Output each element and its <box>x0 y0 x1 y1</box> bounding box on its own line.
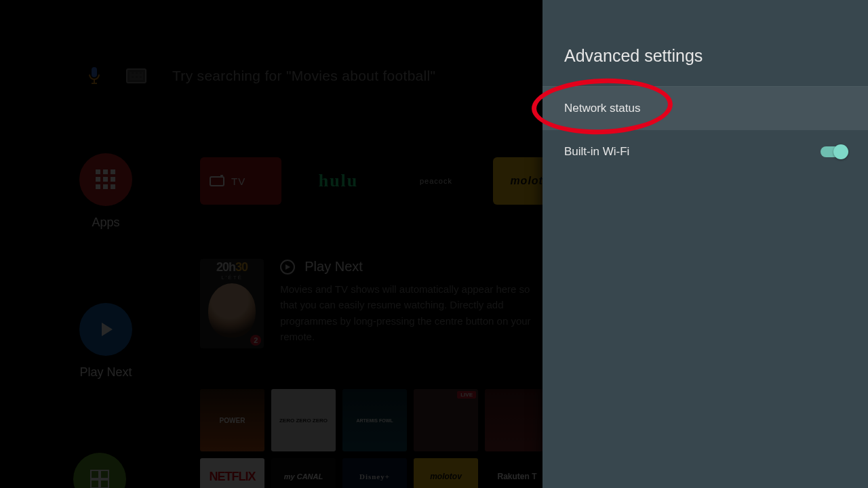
ss-molotov-label: molotov <box>430 472 462 481</box>
keyboard-icon[interactable] <box>126 68 146 83</box>
settings-drawer: Advanced settings Network status Built-i… <box>542 0 868 488</box>
svg-rect-9 <box>96 184 100 189</box>
rail-apps-label: Apps <box>79 216 132 230</box>
svg-rect-6 <box>96 177 100 182</box>
apps-icon <box>79 153 132 206</box>
apps-row: TV hulu peacock molotov <box>200 157 574 205</box>
pn-portrait <box>208 283 256 338</box>
search-bar[interactable]: Try searching for "Movies about football… <box>88 66 435 85</box>
svg-rect-3 <box>96 169 100 174</box>
tv-icon <box>210 175 224 187</box>
svg-rect-5 <box>111 169 115 174</box>
svg-marker-12 <box>102 323 113 336</box>
ss-mycanal[interactable]: my CANAL <box>271 458 336 488</box>
app-tv-label: TV <box>231 176 245 187</box>
play-next-heading: Play Next <box>304 259 363 274</box>
ss-poster-4[interactable]: LIVE <box>414 389 478 451</box>
ss-poster-2[interactable]: ZERO ZERO ZERO <box>271 389 336 451</box>
svg-rect-10 <box>103 184 108 189</box>
app-hulu-label: hulu <box>319 171 359 191</box>
ss-poster-3-label: ARTEMIS FOWL <box>356 418 393 423</box>
ss-disney[interactable]: Disney+ <box>342 458 407 488</box>
play-next-desc: Movies and TV shows will automatically a… <box>280 281 542 344</box>
ss-rakuten-label: Rakuten T <box>497 472 536 481</box>
svg-marker-19 <box>285 264 290 270</box>
play-circle-icon <box>280 260 295 274</box>
ss-poster-3[interactable]: ARTEMIS FOWL <box>342 389 407 451</box>
search-placeholder: Try searching for "Movies about football… <box>172 68 435 84</box>
svg-rect-0 <box>92 67 97 77</box>
play-next-card[interactable]: 20h30 L'ÉTÉ 2 <box>200 259 264 348</box>
svg-rect-17 <box>210 177 224 186</box>
rail-apps[interactable]: Apps <box>79 153 132 230</box>
svg-rect-7 <box>103 177 108 182</box>
left-rail: Apps Play Next Sony Select <box>73 153 138 488</box>
app-hulu[interactable]: hulu <box>298 157 379 205</box>
svg-rect-15 <box>91 480 99 488</box>
ss-netflix[interactable]: NETFLIX <box>200 458 264 488</box>
play-next-row: 20h30 L'ÉTÉ 2 Play Next Movies and TV sh… <box>200 259 542 348</box>
rail-play-next-label: Play Next <box>79 365 132 380</box>
rail-sony-select[interactable]: Sony Select <box>73 453 138 488</box>
ss-mycanal-label: my CANAL <box>284 472 323 481</box>
ss-molotov[interactable]: molotov <box>414 458 478 488</box>
mic-icon[interactable] <box>88 66 100 85</box>
app-tv[interactable]: TV <box>200 157 281 205</box>
live-badge: LIVE <box>457 391 476 399</box>
drawer-builtin-wifi[interactable]: Built-in Wi-Fi <box>542 130 868 174</box>
grid-icon <box>73 453 126 488</box>
ss-poster-2-label: ZERO ZERO ZERO <box>279 418 328 424</box>
svg-rect-13 <box>91 470 99 479</box>
ss-disney-label: Disney+ <box>359 472 390 481</box>
ss-poster-1[interactable]: POWER <box>200 389 264 451</box>
home-screen-dimmed: Try searching for "Movies about football… <box>0 0 542 488</box>
pn-channel-badge: 2 <box>250 335 261 346</box>
svg-rect-8 <box>111 177 115 182</box>
drawer-builtin-wifi-label: Built-in Wi-Fi <box>564 145 629 159</box>
ss-rakuten[interactable]: Rakuten T <box>485 458 549 488</box>
pn-sub: L'ÉTÉ <box>221 274 243 281</box>
wifi-toggle[interactable] <box>821 146 846 157</box>
svg-rect-16 <box>100 480 108 488</box>
rail-play-next[interactable]: Play Next <box>79 303 132 380</box>
drawer-network-status[interactable]: Network status <box>542 87 868 130</box>
sony-select-row: POWER ZERO ZERO ZERO ARTEMIS FOWL LIVE N… <box>200 389 553 488</box>
ss-poster-1-label: POWER <box>220 417 245 424</box>
svg-rect-14 <box>100 470 108 479</box>
app-peacock[interactable]: peacock <box>395 157 477 205</box>
pn-time-b: 30 <box>235 260 248 274</box>
ss-netflix-label: NETFLIX <box>210 470 256 484</box>
play-next-text: Play Next Movies and TV shows will autom… <box>280 259 542 344</box>
play-icon <box>79 303 132 356</box>
svg-rect-4 <box>103 169 108 174</box>
app-peacock-label: peacock <box>420 177 452 185</box>
ss-poster-5[interactable] <box>485 389 549 451</box>
drawer-title: Advanced settings <box>542 0 868 87</box>
pn-time-a: 20h <box>216 260 235 274</box>
drawer-network-status-label: Network status <box>564 102 640 115</box>
svg-rect-11 <box>111 184 115 189</box>
